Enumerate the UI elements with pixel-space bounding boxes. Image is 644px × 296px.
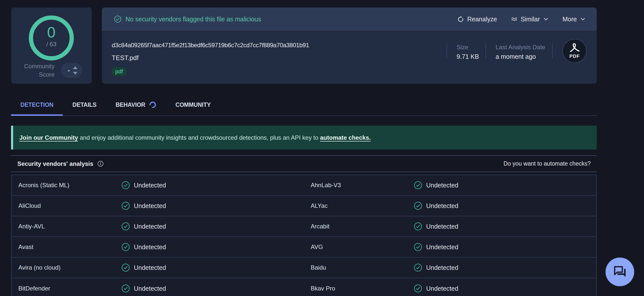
vendor-status: Undetected	[414, 284, 458, 293]
analysis-title: Security vendors' analysis	[17, 160, 104, 167]
vendor-status: Undetected	[122, 222, 166, 231]
file-type-tag[interactable]: pdf	[112, 67, 127, 76]
check-circle-icon	[414, 264, 422, 272]
vendor-name: Baidu	[311, 264, 326, 271]
check-circle-icon	[122, 181, 130, 189]
verdict-header: No security vendors flagged this file as…	[102, 8, 597, 31]
tab-behavior[interactable]: BEHAVIOR	[106, 83, 166, 115]
score-value: 0	[47, 24, 55, 41]
file-summary: d3c84a09265f7aac471f5e2f13bedf6c59719b6c…	[102, 31, 597, 84]
vendor-status: Undetected	[122, 202, 166, 210]
divider	[486, 44, 486, 58]
tab-details[interactable]: DETAILS	[63, 83, 106, 115]
check-circle-icon	[122, 284, 130, 293]
vendor-result: Arcabit Undetected	[304, 216, 596, 236]
vendor-name: AhnLab-V3	[311, 182, 341, 189]
reanalyze-button[interactable]: Reanalyze	[457, 16, 497, 23]
similar-button[interactable]: Similar	[511, 16, 549, 23]
vendor-status: Undetected	[414, 181, 458, 189]
check-circle-icon	[414, 222, 422, 231]
vote-dot-icon	[68, 70, 70, 72]
check-circle-icon	[414, 243, 422, 251]
pdf-file-icon: PDF	[562, 39, 587, 63]
vendor-status: Undetected	[122, 243, 166, 251]
table-row: Acronis (Static ML) Undetected AhnLab-V3…	[12, 175, 596, 196]
vendor-result: Avira (no cloud) Undetected	[12, 258, 304, 278]
check-circle-icon	[122, 243, 130, 251]
tab-detection[interactable]: DETECTION	[11, 83, 63, 115]
last-analysis-date-value: a moment ago	[496, 53, 536, 60]
table-row: Avira (no cloud) Undetected Baidu Undete…	[12, 258, 596, 278]
vendor-result: BitDefender Undetected	[12, 278, 304, 296]
vendor-status: Undetected	[414, 202, 458, 210]
similar-waves-icon	[511, 16, 518, 23]
verdict-message: No security vendors flagged this file as…	[114, 15, 261, 23]
check-circle-icon	[414, 284, 422, 293]
loading-spinner-icon	[149, 101, 156, 109]
info-icon[interactable]	[97, 160, 104, 167]
vendor-name: AVG	[311, 243, 323, 251]
vendor-result: Acronis (Static ML) Undetected	[12, 175, 304, 195]
community-score-card: 0 / 63 Community Score	[11, 8, 92, 84]
vendor-name: Acronis (Static ML)	[18, 182, 69, 189]
check-circle-icon	[414, 181, 422, 189]
check-circle-icon	[122, 222, 130, 231]
community-banner: Join our Community and enjoy additional …	[11, 126, 597, 150]
vendor-name: Antiy-AVL	[18, 223, 45, 230]
tab-community[interactable]: COMMUNITY	[166, 83, 220, 115]
table-row: BitDefender Undetected Bkav Pro Undetect…	[12, 278, 596, 296]
vendor-name: ALYac	[311, 202, 328, 209]
refresh-icon	[457, 16, 464, 23]
chevron-down-icon	[543, 16, 549, 22]
vendor-name: Arcabit	[311, 223, 330, 230]
chevron-down-icon	[580, 16, 586, 22]
vendor-result: Bkav Pro Undetected	[304, 278, 596, 296]
community-vote-widget[interactable]	[61, 63, 82, 78]
vote-up-icon[interactable]	[73, 66, 77, 69]
vendor-result: Avast Undetected	[12, 237, 304, 257]
vendor-status: Undetected	[414, 264, 458, 272]
vendor-name: BitDefender	[18, 285, 50, 292]
size-value: 9.71 KB	[457, 53, 479, 60]
report-tabs: DETECTION DETAILS BEHAVIOR COMMUNITY	[11, 83, 597, 116]
vendor-status: Undetected	[122, 181, 166, 189]
check-circle-icon	[122, 202, 130, 210]
divider	[552, 44, 553, 58]
size-label: Size	[457, 44, 468, 51]
more-button[interactable]: More	[562, 16, 586, 23]
file-name: TEST.pdf	[112, 54, 139, 62]
check-circle-icon	[122, 264, 130, 272]
check-circle-icon	[114, 15, 122, 23]
table-row: AliCloud Undetected ALYac Undetected	[12, 196, 596, 216]
vendor-result: AliCloud Undetected	[12, 196, 304, 216]
vote-down-icon[interactable]	[73, 72, 77, 75]
vendor-status: Undetected	[122, 264, 166, 272]
vendor-result: ALYac Undetected	[304, 196, 596, 216]
vendor-name: Bkav Pro	[311, 285, 335, 292]
vendor-status: Undetected	[414, 222, 458, 231]
vendor-name: Avira (no cloud)	[18, 264, 61, 271]
last-analysis-date-label: Last Analysis Date	[496, 44, 545, 51]
vendor-result: Antiy-AVL Undetected	[12, 216, 304, 236]
acrobat-swirl-icon	[569, 42, 581, 53]
score-total: / 63	[46, 41, 56, 48]
vendor-result: Baidu Undetected	[304, 258, 596, 278]
automate-checks-prompt[interactable]: Do you want to automate checks?	[504, 160, 591, 167]
vendor-name: AliCloud	[18, 202, 41, 209]
join-community-link[interactable]: Join our Community	[19, 134, 78, 141]
vendor-status: Undetected	[414, 243, 458, 251]
analysis-section-header: Security vendors' analysis Do you want t…	[11, 155, 597, 172]
check-circle-icon	[414, 202, 422, 210]
vendor-status: Undetected	[122, 284, 166, 293]
file-report-card: No security vendors flagged this file as…	[102, 8, 597, 84]
chat-forum-icon	[613, 265, 627, 279]
divider	[447, 44, 447, 58]
vendor-result: AVG Undetected	[304, 237, 596, 257]
vendor-result: AhnLab-V3 Undetected	[304, 175, 596, 195]
vendor-analysis-table: Acronis (Static ML) Undetected AhnLab-V3…	[11, 175, 597, 296]
file-hash[interactable]: d3c84a09265f7aac471f5e2f13bedf6c59719b6c…	[112, 42, 309, 49]
chat-fab-button[interactable]	[606, 258, 634, 286]
community-score-label: Community Score	[24, 62, 55, 79]
automate-checks-link[interactable]: automate checks.	[320, 134, 371, 141]
table-row: Avast Undetected AVG Undetected	[12, 237, 596, 258]
